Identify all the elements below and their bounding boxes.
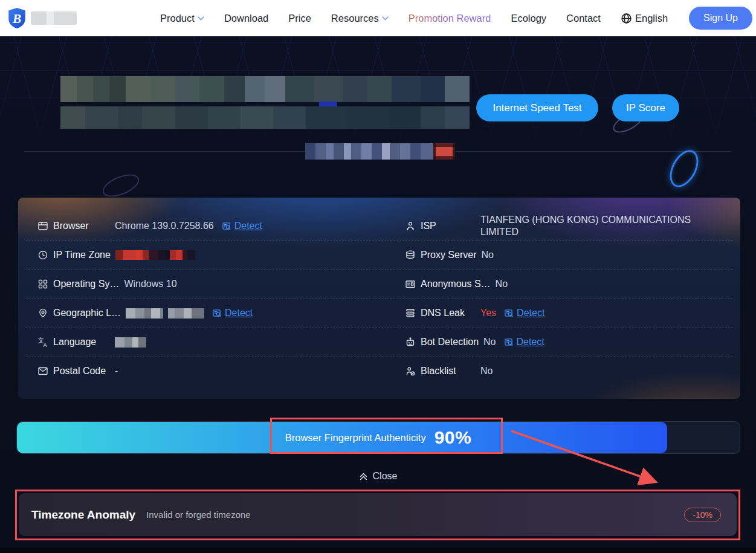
progress-fill: [17, 422, 667, 453]
logo-shield-icon: B: [7, 7, 27, 29]
info-row-isp: ISP TIANFENG (HONG KONG) COMMUNICATIONS …: [387, 212, 737, 241]
info-value: No: [483, 337, 496, 348]
clock-icon: [37, 250, 48, 260]
info-label: Browser: [53, 221, 110, 231]
location-pin-icon: [37, 308, 48, 319]
os-grid-icon: [37, 279, 48, 289]
info-label: Bot Detection: [421, 337, 479, 348]
info-label: Postal Code: [53, 366, 110, 377]
detect-label: Detect: [517, 308, 544, 319]
detect-icon: [504, 308, 514, 318]
ip-info-panel: Browser Chrome 139.0.7258.66 Detect IP T…: [18, 198, 740, 399]
info-label: Proxy Server: [421, 250, 476, 260]
info-row-browser: Browser Chrome 139.0.7258.66 Detect: [18, 212, 387, 241]
internet-speed-test-button[interactable]: Internet Speed Test: [476, 94, 598, 121]
detect-link-dns[interactable]: Detect: [504, 308, 544, 319]
person-icon: [405, 221, 416, 231]
info-column-left: Browser Chrome 139.0.7258.66 Detect IP T…: [18, 212, 387, 386]
info-row-ip-timezone: IP Time Zone: [18, 241, 387, 270]
ip-score-button[interactable]: IP Score: [612, 94, 679, 121]
penalty-badge: -10%: [684, 508, 721, 522]
nav-item-contact[interactable]: Contact: [566, 13, 601, 24]
info-value: TIANFENG (HONG KONG) COMMUNICATIONS LIMI…: [480, 214, 725, 238]
nav-item-download[interactable]: Download: [224, 13, 268, 24]
info-value: No: [496, 279, 508, 289]
language-label: English: [635, 13, 668, 24]
fingerprint-progress-bar: [16, 421, 740, 454]
redacted-ip-line: [305, 143, 433, 160]
detect-icon: [504, 337, 514, 347]
detect-label: Detect: [234, 221, 262, 231]
database-icon: [405, 250, 416, 260]
redacted-flag: [433, 143, 455, 160]
redacted-mosaic-block: [60, 106, 470, 129]
signup-button[interactable]: Sign Up: [689, 7, 752, 30]
info-value: Chrome 139.0.7258.66: [115, 221, 214, 231]
nav-item-label: Download: [224, 13, 268, 24]
robot-icon: [405, 337, 416, 348]
info-label: ISP: [421, 221, 476, 231]
detect-link-location[interactable]: Detect: [212, 308, 253, 319]
info-value-alert: Yes: [480, 308, 496, 319]
nav-item-ecology[interactable]: Ecology: [511, 13, 546, 24]
redacted-language-value: [115, 337, 146, 348]
nav-item-label: Contact: [566, 13, 601, 24]
redacted-location-value: [126, 308, 204, 319]
info-label: Language: [53, 337, 110, 348]
nav-item-label: Ecology: [511, 13, 546, 24]
nav-item-price[interactable]: Price: [288, 13, 311, 24]
detect-icon: [222, 221, 231, 231]
info-label: Blacklist: [421, 366, 476, 377]
chevron-down-icon: [382, 16, 389, 21]
logo[interactable]: B: [7, 7, 77, 29]
redacted-mosaic-block: [60, 76, 470, 102]
nav-item-label: Product: [160, 13, 195, 24]
info-row-postal-code: Postal Code -: [18, 357, 387, 386]
info-value: No: [481, 250, 493, 260]
info-row-bot-detection: Bot Detection No Detect: [387, 328, 737, 357]
info-value: -: [115, 366, 118, 377]
close-button[interactable]: Close: [0, 468, 756, 485]
info-label: IP Time Zone: [53, 250, 111, 260]
main-nav: Product Download Price Resources Promoti…: [160, 7, 752, 30]
mail-icon: [37, 366, 48, 377]
language-selector[interactable]: English: [621, 13, 668, 24]
brand-name-redacted: [31, 11, 77, 25]
detect-icon: [212, 308, 222, 318]
top-navbar: B Product Download Price Resources Promo…: [0, 0, 756, 36]
svg-text:B: B: [12, 11, 21, 26]
timezone-anomaly-panel: Timezone Anomaly Invalid or forged timez…: [19, 493, 737, 536]
info-value: Windows 10: [124, 279, 176, 289]
globe-icon: [621, 13, 632, 24]
svg-text:A: A: [44, 342, 47, 348]
redacted-accent: [319, 102, 337, 106]
page-bottom-strip: [0, 548, 756, 553]
browser-icon: [37, 221, 48, 231]
detect-link-bot[interactable]: Detect: [504, 337, 544, 348]
detect-label: Detect: [517, 337, 544, 348]
info-label: Geographic L…: [53, 308, 121, 319]
anomaly-title: Timezone Anomaly: [31, 508, 135, 522]
info-label: DNS Leak: [421, 308, 476, 319]
nav-item-resources[interactable]: Resources: [331, 13, 389, 24]
translate-icon: 文A: [37, 337, 48, 348]
nav-item-promotion-reward[interactable]: Promotion Reward: [409, 13, 491, 24]
nav-item-label: Promotion Reward: [409, 13, 491, 24]
info-row-operating-system: Operating Sy… Windows 10: [18, 270, 387, 299]
info-value: No: [480, 366, 493, 377]
redacted-timezone-value: [115, 250, 195, 260]
detect-link-browser[interactable]: Detect: [222, 221, 262, 231]
dns-lines-icon: [405, 308, 416, 319]
info-column-right: ISP TIANFENG (HONG KONG) COMMUNICATIONS …: [387, 212, 737, 386]
info-label: Operating Sy…: [53, 279, 119, 289]
nav-item-label: Price: [288, 13, 311, 24]
nav-item-label: Resources: [331, 13, 379, 24]
person-block-icon: [405, 366, 416, 377]
anomaly-description: Invalid or forged timezone: [146, 509, 251, 520]
info-row-anonymous: Anonymous S… No: [387, 270, 737, 299]
nav-item-product[interactable]: Product: [160, 13, 204, 24]
info-label: Anonymous S…: [421, 279, 491, 289]
chevron-down-icon: [198, 16, 204, 21]
info-row-dns-leak: DNS Leak Yes Detect: [387, 299, 737, 328]
decor-ring-left: [100, 170, 143, 201]
